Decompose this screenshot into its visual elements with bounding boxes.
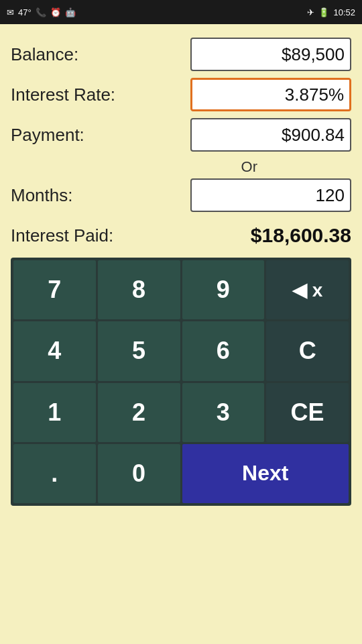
gmail-icon: ✉: [7, 7, 14, 17]
months-input[interactable]: [190, 178, 351, 212]
interest-paid-row: Interest Paid: $18,600.38: [11, 224, 351, 247]
status-right: ✈ 🔋 10:52: [307, 7, 355, 17]
balance-input[interactable]: [190, 38, 351, 71]
balance-row: Balance:: [11, 38, 351, 71]
key-6[interactable]: 6: [182, 321, 265, 380]
key-dot[interactable]: .: [13, 444, 96, 503]
keypad: 7 8 9 ◀ x 4 5 6 C 1 2 3 CE . 0 Next: [11, 258, 351, 506]
balance-label: Balance:: [11, 44, 78, 65]
airplane-icon: ✈: [307, 7, 314, 17]
battery-icon: 🔋: [318, 7, 329, 17]
payment-label: Payment:: [11, 125, 84, 146]
alarm-icon: ⏰: [50, 7, 61, 17]
key-4[interactable]: 4: [13, 321, 96, 380]
payment-input[interactable]: [190, 118, 351, 152]
key-2[interactable]: 2: [98, 383, 180, 442]
interest-paid-label: Interest Paid:: [11, 225, 113, 246]
interest-rate-input[interactable]: [190, 78, 351, 111]
key-9[interactable]: 9: [182, 260, 265, 319]
status-left: ✉ 47° 📞 ⏰ 🤖: [7, 7, 76, 17]
temperature: 47°: [18, 7, 32, 17]
key-8[interactable]: 8: [98, 260, 180, 319]
months-label: Months:: [11, 185, 73, 206]
ce-button[interactable]: CE: [266, 383, 349, 442]
backspace-icon: ◀ x: [292, 279, 322, 301]
key-1[interactable]: 1: [13, 383, 96, 442]
app-container: Balance: Interest Rate: Payment: Or Mont…: [0, 24, 362, 644]
key-7[interactable]: 7: [13, 260, 96, 319]
clock: 10:52: [333, 7, 355, 17]
months-row: Months:: [11, 178, 351, 212]
interest-rate-label: Interest Rate:: [11, 85, 115, 105]
payment-row: Payment:: [11, 118, 351, 152]
interest-rate-row: Interest Rate:: [11, 78, 351, 111]
key-3[interactable]: 3: [182, 383, 265, 442]
key-5[interactable]: 5: [98, 321, 180, 380]
phone-icon: 📞: [36, 7, 46, 17]
status-bar: ✉ 47° 📞 ⏰ 🤖 ✈ 🔋 10:52: [0, 0, 362, 24]
key-0[interactable]: 0: [98, 444, 180, 503]
next-button[interactable]: Next: [182, 444, 349, 503]
backspace-button[interactable]: ◀ x: [266, 260, 349, 319]
android-icon: 🤖: [65, 7, 76, 17]
or-row: Or: [11, 158, 351, 176]
or-text: Or: [241, 158, 257, 176]
clear-button[interactable]: C: [266, 321, 349, 380]
interest-paid-value: $18,600.38: [251, 224, 351, 247]
